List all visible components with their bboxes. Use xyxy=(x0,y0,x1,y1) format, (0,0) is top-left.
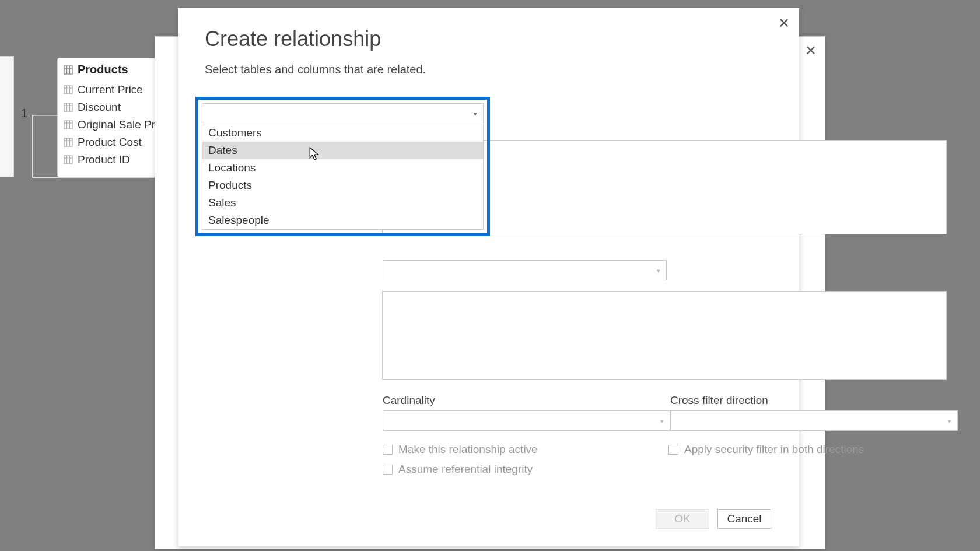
model-column-name: Original Sale Pri xyxy=(78,118,158,131)
checkbox-active-label: Make this relationship active xyxy=(398,443,538,456)
connector-corner xyxy=(32,115,33,178)
close-icon[interactable]: ✕ xyxy=(778,15,790,31)
create-relationship-dialog: ✕ Create relationship Select tables and … xyxy=(178,8,799,546)
dropdown-item[interactable]: Products xyxy=(202,177,483,194)
svg-rect-4 xyxy=(64,86,72,94)
svg-rect-8 xyxy=(64,103,72,111)
cancel-button[interactable]: Cancel xyxy=(718,509,771,529)
nav-sliver xyxy=(0,56,14,177)
column-icon xyxy=(64,103,73,112)
checkbox-icon xyxy=(383,445,393,455)
options-area: Cardinality ▾ Cross filter direction ▾ xyxy=(383,394,949,431)
table2-preview-panel xyxy=(382,291,947,380)
checkbox-referential-label: Assume referential integrity xyxy=(398,463,533,476)
column-icon xyxy=(64,120,73,129)
model-column-name: Discount xyxy=(78,101,121,114)
model-column-name: Product Cost xyxy=(78,136,142,149)
cardinality-select[interactable]: ▾ xyxy=(383,410,670,431)
table1-dropdown[interactable]: ▾ xyxy=(202,103,484,124)
svg-rect-20 xyxy=(64,156,72,164)
dialog-subtitle: Select tables and columns that are relat… xyxy=(205,63,772,76)
crossfilter-select[interactable]: ▾ xyxy=(670,410,958,431)
svg-rect-12 xyxy=(64,121,72,129)
dialog-footer: OK Cancel xyxy=(656,509,771,529)
model-column-name: Current Price xyxy=(78,83,143,96)
connector-from-label: 1 xyxy=(21,107,27,120)
checkbox-security-label: Apply security filter in both directions xyxy=(684,443,864,456)
checkbox-area: Make this relationship active Apply secu… xyxy=(383,443,954,476)
column-icon xyxy=(64,85,73,94)
cardinality-label: Cardinality xyxy=(383,394,670,407)
column-icon xyxy=(64,155,73,164)
dropdown-item[interactable]: Locations xyxy=(202,159,483,177)
connector-line xyxy=(32,115,58,116)
checkbox-icon xyxy=(383,465,393,475)
dropdown-item[interactable]: Customers xyxy=(202,124,483,142)
dropdown-item[interactable]: Dates xyxy=(202,142,483,159)
svg-rect-0 xyxy=(64,66,72,74)
model-column-name: Product ID xyxy=(78,153,130,166)
checkbox-active-row[interactable]: Make this relationship active xyxy=(383,443,668,456)
column-icon xyxy=(64,138,73,147)
checkbox-security-row[interactable]: Apply security filter in both directions xyxy=(668,443,954,456)
checkbox-referential-row[interactable]: Assume referential integrity xyxy=(383,463,668,476)
model-table-name: Products xyxy=(78,63,128,76)
chevron-down-icon: ▾ xyxy=(657,266,660,274)
table1-dropdown-list: CustomersDatesLocationsProductsSalesSale… xyxy=(202,124,484,230)
bg-close-icon[interactable]: ✕ xyxy=(805,43,817,59)
dropdown-item[interactable]: Salespeople xyxy=(202,212,483,229)
chevron-down-icon: ▾ xyxy=(474,110,477,118)
dialog-title: Create relationship xyxy=(205,27,772,51)
table2-dropdown[interactable]: ▾ xyxy=(383,260,667,280)
ok-button: OK xyxy=(656,509,709,529)
dropdown-item[interactable]: Sales xyxy=(202,194,483,212)
crossfilter-label: Cross filter direction xyxy=(670,394,958,407)
table1-dropdown-highlight: ▾ CustomersDatesLocationsProductsSalesSa… xyxy=(195,97,490,236)
checkbox-icon xyxy=(668,445,678,455)
chevron-down-icon: ▾ xyxy=(660,417,664,424)
table-icon xyxy=(64,65,73,75)
svg-rect-16 xyxy=(64,138,72,146)
chevron-down-icon: ▾ xyxy=(948,417,951,424)
